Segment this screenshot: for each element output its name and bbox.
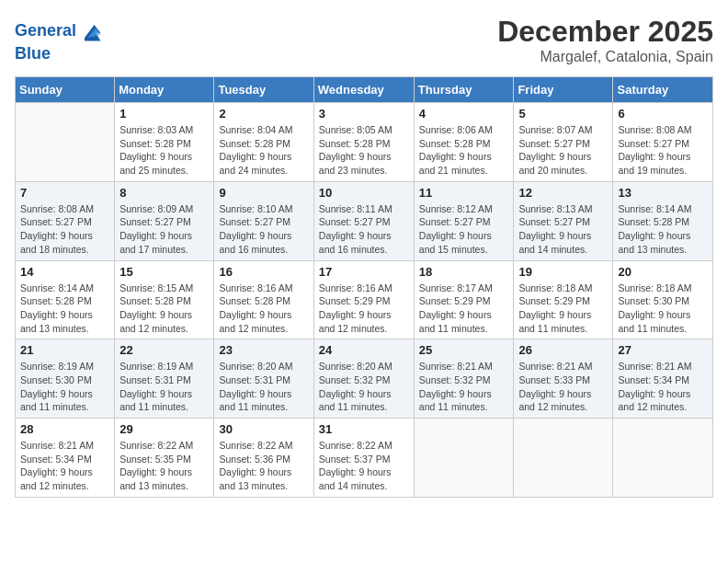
calendar-cell: 13Sunrise: 8:14 AMSunset: 5:28 PMDayligh… (613, 181, 713, 260)
calendar-cell: 30Sunrise: 8:22 AMSunset: 5:36 PMDayligh… (214, 419, 313, 498)
calendar-cell: 20Sunrise: 8:18 AMSunset: 5:30 PMDayligh… (613, 260, 713, 339)
header-friday: Friday (514, 77, 613, 103)
day-info: Sunrise: 8:05 AMSunset: 5:28 PMDaylight:… (319, 123, 409, 178)
calendar-cell: 10Sunrise: 8:11 AMSunset: 5:27 PMDayligh… (313, 181, 414, 260)
calendar-cell: 23Sunrise: 8:20 AMSunset: 5:31 PMDayligh… (214, 339, 313, 419)
day-info: Sunrise: 8:16 AMSunset: 5:28 PMDaylight:… (219, 282, 308, 336)
day-number: 9 (219, 186, 308, 200)
day-number: 17 (319, 265, 409, 279)
day-info: Sunrise: 8:17 AMSunset: 5:29 PMDaylight:… (419, 282, 509, 336)
calendar-cell: 21Sunrise: 8:19 AMSunset: 5:30 PMDayligh… (16, 339, 115, 419)
day-number: 2 (219, 107, 308, 121)
calendar-cell: 7Sunrise: 8:08 AMSunset: 5:27 PMDaylight… (16, 181, 115, 260)
calendar-cell: 17Sunrise: 8:16 AMSunset: 5:29 PMDayligh… (313, 260, 414, 339)
day-info: Sunrise: 8:22 AMSunset: 5:37 PMDaylight:… (319, 439, 409, 493)
day-number: 10 (319, 186, 409, 200)
calendar-week-row: 1Sunrise: 8:03 AMSunset: 5:28 PMDaylight… (16, 103, 713, 182)
day-info: Sunrise: 8:14 AMSunset: 5:28 PMDaylight:… (20, 282, 109, 336)
header-sunday: Sunday (16, 77, 115, 103)
calendar-cell (16, 103, 115, 182)
day-info: Sunrise: 8:04 AMSunset: 5:28 PMDaylight:… (219, 123, 308, 178)
day-info: Sunrise: 8:18 AMSunset: 5:30 PMDaylight:… (618, 282, 708, 336)
day-number: 23 (219, 343, 308, 357)
day-number: 22 (119, 343, 209, 357)
calendar-cell: 15Sunrise: 8:15 AMSunset: 5:28 PMDayligh… (115, 260, 214, 339)
calendar-cell (514, 419, 613, 498)
day-number: 18 (419, 265, 509, 279)
calendar-cell: 1Sunrise: 8:03 AMSunset: 5:28 PMDaylight… (115, 103, 214, 182)
day-info: Sunrise: 8:07 AMSunset: 5:27 PMDaylight:… (518, 123, 608, 178)
day-number: 16 (219, 265, 308, 279)
day-info: Sunrise: 8:09 AMSunset: 5:27 PMDaylight:… (119, 202, 209, 257)
day-number: 11 (419, 186, 509, 200)
day-info: Sunrise: 8:21 AMSunset: 5:33 PMDaylight:… (518, 360, 608, 414)
calendar-cell: 18Sunrise: 8:17 AMSunset: 5:29 PMDayligh… (414, 260, 514, 339)
calendar-cell: 3Sunrise: 8:05 AMSunset: 5:28 PMDaylight… (313, 103, 414, 182)
title-area: December 2025 Margalef, Catalonia, Spain (497, 15, 713, 65)
calendar-week-row: 21Sunrise: 8:19 AMSunset: 5:30 PMDayligh… (16, 339, 713, 419)
calendar-cell: 11Sunrise: 8:12 AMSunset: 5:27 PMDayligh… (414, 181, 514, 260)
logo: General Blue (15, 18, 104, 64)
location-title: Margalef, Catalonia, Spain (497, 49, 713, 65)
calendar-table: SundayMondayTuesdayWednesdayThursdayFrid… (15, 76, 713, 498)
day-info: Sunrise: 8:20 AMSunset: 5:32 PMDaylight:… (319, 360, 409, 414)
day-info: Sunrise: 8:22 AMSunset: 5:36 PMDaylight:… (219, 439, 308, 493)
header: General Blue December 2025 Margalef, Cat… (15, 15, 713, 65)
day-number: 25 (419, 343, 509, 357)
day-info: Sunrise: 8:21 AMSunset: 5:32 PMDaylight:… (419, 360, 509, 414)
calendar-week-row: 7Sunrise: 8:08 AMSunset: 5:27 PMDaylight… (16, 181, 713, 260)
calendar-cell: 14Sunrise: 8:14 AMSunset: 5:28 PMDayligh… (16, 260, 115, 339)
calendar-cell: 24Sunrise: 8:20 AMSunset: 5:32 PMDayligh… (313, 339, 414, 419)
day-number: 12 (518, 186, 608, 200)
calendar-cell: 25Sunrise: 8:21 AMSunset: 5:32 PMDayligh… (414, 339, 514, 419)
day-number: 1 (119, 107, 209, 121)
header-monday: Monday (115, 77, 214, 103)
header-tuesday: Tuesday (214, 77, 313, 103)
day-number: 14 (20, 265, 109, 279)
day-info: Sunrise: 8:11 AMSunset: 5:27 PMDaylight:… (319, 202, 409, 257)
calendar-cell: 6Sunrise: 8:08 AMSunset: 5:27 PMDaylight… (613, 103, 713, 182)
day-info: Sunrise: 8:21 AMSunset: 5:34 PMDaylight:… (20, 439, 109, 493)
calendar-cell: 27Sunrise: 8:21 AMSunset: 5:34 PMDayligh… (613, 339, 713, 419)
day-info: Sunrise: 8:06 AMSunset: 5:28 PMDaylight:… (419, 123, 509, 178)
day-info: Sunrise: 8:19 AMSunset: 5:31 PMDaylight:… (119, 360, 209, 414)
day-info: Sunrise: 8:22 AMSunset: 5:35 PMDaylight:… (119, 439, 209, 493)
calendar-cell: 26Sunrise: 8:21 AMSunset: 5:33 PMDayligh… (514, 339, 613, 419)
calendar-cell: 8Sunrise: 8:09 AMSunset: 5:27 PMDaylight… (115, 181, 214, 260)
calendar-cell: 12Sunrise: 8:13 AMSunset: 5:27 PMDayligh… (514, 181, 613, 260)
day-number: 5 (518, 107, 608, 121)
header-thursday: Thursday (414, 77, 514, 103)
day-info: Sunrise: 8:14 AMSunset: 5:28 PMDaylight:… (618, 202, 708, 257)
day-info: Sunrise: 8:08 AMSunset: 5:27 PMDaylight:… (618, 123, 708, 178)
day-number: 13 (618, 186, 708, 200)
calendar-week-row: 14Sunrise: 8:14 AMSunset: 5:28 PMDayligh… (16, 260, 713, 339)
calendar-header-row: SundayMondayTuesdayWednesdayThursdayFrid… (16, 77, 713, 103)
header-wednesday: Wednesday (313, 77, 414, 103)
header-saturday: Saturday (613, 77, 713, 103)
day-number: 7 (20, 186, 109, 200)
day-number: 28 (20, 422, 109, 436)
calendar-cell: 31Sunrise: 8:22 AMSunset: 5:37 PMDayligh… (313, 419, 414, 498)
day-number: 19 (518, 265, 608, 279)
day-number: 3 (319, 107, 409, 121)
day-info: Sunrise: 8:15 AMSunset: 5:28 PMDaylight:… (119, 282, 209, 336)
day-number: 30 (219, 422, 308, 436)
day-number: 20 (618, 265, 708, 279)
day-number: 15 (119, 265, 209, 279)
day-number: 4 (419, 107, 509, 121)
logo-icon (78, 18, 104, 44)
day-info: Sunrise: 8:21 AMSunset: 5:34 PMDaylight:… (618, 360, 708, 414)
calendar-cell (414, 419, 514, 498)
day-info: Sunrise: 8:03 AMSunset: 5:28 PMDaylight:… (119, 123, 209, 178)
calendar-cell: 5Sunrise: 8:07 AMSunset: 5:27 PMDaylight… (514, 103, 613, 182)
day-info: Sunrise: 8:12 AMSunset: 5:27 PMDaylight:… (419, 202, 509, 257)
day-number: 27 (618, 343, 708, 357)
calendar-cell: 16Sunrise: 8:16 AMSunset: 5:28 PMDayligh… (214, 260, 313, 339)
day-number: 31 (319, 422, 409, 436)
day-info: Sunrise: 8:19 AMSunset: 5:30 PMDaylight:… (20, 360, 109, 414)
calendar-week-row: 28Sunrise: 8:21 AMSunset: 5:34 PMDayligh… (16, 419, 713, 498)
calendar-cell (613, 419, 713, 498)
calendar-cell: 29Sunrise: 8:22 AMSunset: 5:35 PMDayligh… (115, 419, 214, 498)
day-info: Sunrise: 8:16 AMSunset: 5:29 PMDaylight:… (319, 282, 409, 336)
month-title: December 2025 (497, 15, 713, 49)
